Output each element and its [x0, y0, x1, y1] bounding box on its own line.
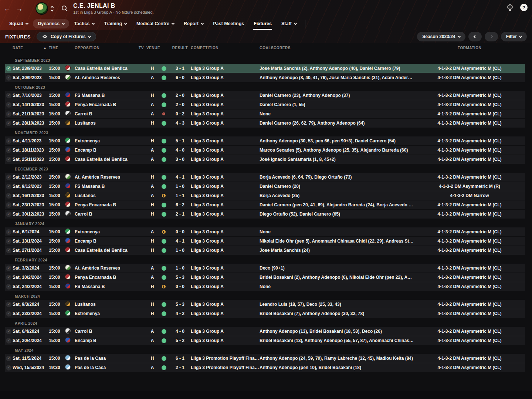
fixture-row[interactable]: ✓ Sat, 24/2/2024 15:00 FS Massana B H 0 … [5, 282, 525, 291]
fixture-time: 15:00 [49, 121, 65, 126]
fixture-row[interactable]: ✓ Sat, 30/9/2023 15:00 At. Amèrica Reser… [5, 73, 525, 82]
column-header-date[interactable]: DATE ▲ [13, 46, 49, 50]
help-icon[interactable]: ? [520, 4, 528, 11]
opposition-name[interactable]: Extremenya [75, 229, 136, 234]
fixture-date: Sat, 9/3/2024 [13, 302, 49, 307]
column-header-time[interactable]: TIME [49, 46, 65, 50]
tab-past-meetings[interactable]: Past Meetings [208, 19, 249, 28]
tab-staff[interactable]: Staff [277, 19, 301, 28]
fixture-row[interactable]: ✓ Sat, 13/1/2024 15:00 Encamp B H 4 - 1 … [5, 237, 525, 246]
opposition-name[interactable]: Casa Estrella del Benfica [75, 248, 136, 253]
opposition-name[interactable]: Extremenya [75, 138, 136, 143]
column-header-formation[interactable]: FORMATION [414, 46, 525, 50]
opposition-name[interactable]: Penya Encarnada B [75, 275, 136, 280]
fixture-time: 15:00 [49, 75, 65, 80]
opposition-name[interactable]: Carroi B [75, 212, 136, 217]
fixture-time: 15:00 [49, 302, 65, 307]
club-switcher[interactable] [51, 6, 53, 11]
goalscorers: Bridel Bosakani (13), Anthony Adenopo (5… [260, 338, 414, 343]
column-header-opposition[interactable]: OPPOSITION [75, 46, 136, 50]
opposition-name[interactable]: Encamp B [75, 239, 136, 244]
opposition-name[interactable]: Lusitanos [75, 121, 136, 126]
opposition-name[interactable]: At. Amèrica Reserves [75, 266, 136, 271]
club-crest-icon[interactable] [35, 2, 48, 15]
result-indicator-icon [162, 184, 166, 189]
fixture-row[interactable]: ✓ Sat, 30/12/2023 15:00 Carroi B H 2 - 1… [5, 210, 525, 219]
opposition-name[interactable]: Pas de la Casa [75, 356, 136, 361]
competition: Lliga 3 Group A [191, 66, 260, 71]
opposition-name[interactable]: Carroi B [75, 329, 136, 334]
next-season-button[interactable] [485, 32, 498, 41]
fixture-row[interactable]: ✓ Sat, 6/4/2024 15:00 Carroi B A 4 - 0 L… [5, 327, 525, 336]
fixture-row[interactable]: ✓ Sat, 28/10/2023 15:00 Lusitanos H 4 - … [5, 119, 525, 128]
opposition-name[interactable]: Pas de la Casa [75, 365, 136, 370]
column-header-result[interactable]: RESULT [169, 46, 191, 50]
opposition-name[interactable]: Penya Encarnada B [75, 202, 136, 207]
fixture-row[interactable]: ✓ Sat, 14/10/2023 15:00 Penya Encarnada … [5, 100, 525, 109]
opposition-name[interactable]: Lusitanos [75, 302, 136, 307]
column-header-goalscorers[interactable]: GOALSCORERS [260, 46, 414, 50]
formation: 4-1-3-2 DM Asymmetric M (CL) [414, 111, 525, 116]
fixture-row[interactable]: ✓ Sat, 7/10/2023 15:00 FS Massana B H 2 … [5, 91, 525, 100]
tab-medical-centre[interactable]: Medical Centre [132, 19, 179, 28]
formation: 4-1-3-2 DM Asymmetric M (CL) [414, 275, 525, 280]
fixture-row[interactable]: ✓ Sat, 2/12/2023 15:00 At. Amèrica Reser… [5, 173, 525, 182]
fixture-row[interactable]: ✓ Sat, 23/12/2023 15:00 Penya Encarnada … [5, 200, 525, 209]
opposition-name[interactable]: Penya Encarnada B [75, 102, 136, 107]
fixture-row[interactable]: ✓ Sat, 27/1/2024 15:00 Casa Estrella del… [5, 246, 525, 255]
search-icon[interactable] [61, 5, 68, 12]
tab-tactics[interactable]: Tactics [69, 19, 99, 28]
opposition-name[interactable]: At. Amèrica Reserves [75, 75, 136, 80]
fixture-row[interactable]: ✓ Sat, 25/11/2023 15:00 Casa Estrella de… [5, 155, 525, 164]
opposition-name[interactable]: Extremenya [75, 311, 136, 316]
month-label: MARCH 2024 [5, 291, 525, 300]
world-icon[interactable] [506, 4, 514, 11]
tab-report[interactable]: Report [179, 19, 208, 28]
fixture-row[interactable]: ✓ Sat, 6/1/2024 15:00 Extremenya A 0 - 0… [5, 227, 525, 236]
tab-dynamics[interactable]: Dynamics [33, 19, 69, 28]
opposition-club-badge-icon [65, 147, 71, 152]
opposition-name[interactable]: At. Amèrica Reserves [75, 175, 136, 180]
opposition-name[interactable]: Lusitanos [75, 193, 136, 198]
result-indicator-icon [162, 203, 166, 207]
season-selector-dropdown[interactable]: Season 2023/24 [417, 32, 465, 41]
forward-button[interactable]: → [16, 5, 23, 12]
competition: Lliga 3 Group A [191, 275, 260, 280]
opposition-name[interactable]: FS Massana B [75, 184, 136, 189]
fixture-row[interactable]: ✓ Sat, 23/9/2023 15:00 Casa Estrella del… [5, 64, 525, 73]
venue: H [146, 93, 158, 98]
previous-season-button[interactable] [468, 32, 482, 41]
opposition-name[interactable]: FS Massana B [75, 284, 136, 289]
fixture-row[interactable]: ✓ Sat, 3/2/2024 15:00 At. Amèrica Reserv… [5, 264, 525, 273]
score: 4 - 0 [169, 148, 191, 153]
opposition-name[interactable]: Carroi B [75, 111, 136, 116]
filter-dropdown[interactable]: Filter [501, 32, 527, 41]
opposition-name[interactable]: Casa Estrella del Benfica [75, 66, 136, 71]
fixture-date: Sat, 23/12/2023 [13, 202, 49, 207]
fixture-row[interactable]: ✓ Sat, 10/2/2024 15:00 Penya Encarnada B… [5, 273, 525, 282]
fixture-row[interactable]: ✓ Sat, 16/12/2023 15:00 Lusitanos A 1 - … [5, 191, 525, 200]
fixture-row[interactable]: ✓ Sat, 9/12/2023 15:00 FS Massana B A 1 … [5, 182, 525, 191]
fixture-row[interactable]: ✓ Sat, 18/11/2023 15:00 Encamp B A 4 - 0… [5, 146, 525, 155]
opposition-name[interactable]: FS Massana B [75, 93, 136, 98]
tab-squad[interactable]: Squad [4, 19, 33, 28]
tab-training[interactable]: Training [99, 19, 132, 28]
view-selector-dropdown[interactable]: Copy of Fixtures [37, 32, 96, 41]
column-header-venue[interactable]: VENUE [146, 46, 158, 50]
tab-fixtures[interactable]: Fixtures [249, 19, 277, 28]
fixture-row[interactable]: ✓ Wed, 15/5/2024 19:30 Pas de la Casa A … [5, 363, 525, 372]
column-header-tv[interactable]: TV [136, 46, 146, 50]
column-header-competition[interactable]: COMPETITION [191, 46, 260, 50]
fixture-row[interactable]: ✓ Sat, 4/11/2023 15:00 Extremenya H 5 - … [5, 136, 525, 145]
opposition-name[interactable]: Encamp B [75, 148, 136, 153]
back-button[interactable]: ← [4, 5, 11, 12]
fixture-row[interactable]: ✓ Sat, 9/3/2024 15:00 Lusitanos H 5 - 3 … [5, 300, 525, 309]
formation: 4-1-3-2 DM Asymmetric M (CL) [414, 202, 525, 207]
fixture-row[interactable]: ✓ Sat, 23/3/2024 15:00 Extremenya H 4 - … [5, 309, 525, 318]
opposition-name[interactable]: Encamp B [75, 338, 136, 343]
fixture-row[interactable]: ✓ Sat, 21/10/2023 15:00 Carroi B A 0 - 2… [5, 109, 525, 118]
opposition-name[interactable]: Casa Estrella del Benfica [75, 157, 136, 162]
venue: H [146, 311, 158, 316]
fixture-row[interactable]: ✓ Sat, 20/4/2024 15:00 Encamp B A 5 - 2 … [5, 336, 525, 345]
fixture-row[interactable]: ✓ Sat, 11/5/2024 15:00 Pas de la Casa H … [5, 354, 525, 363]
